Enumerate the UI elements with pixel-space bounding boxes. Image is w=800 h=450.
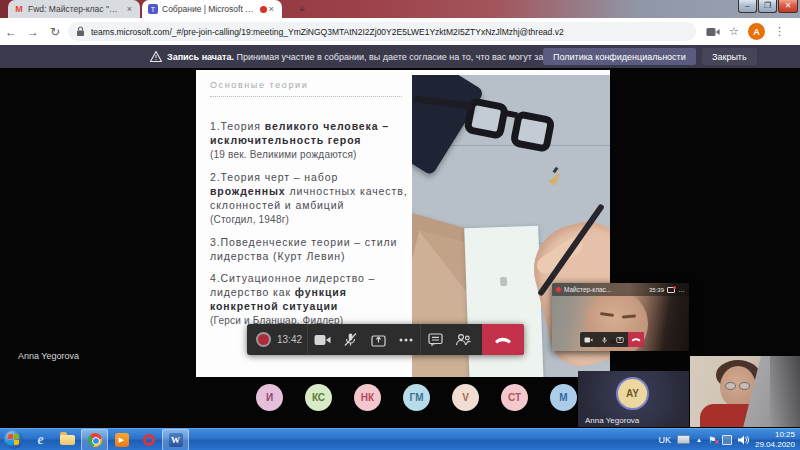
opera-icon: [143, 434, 155, 446]
slide-item-4: 4.Ситуационное лидерство – лидерство как…: [210, 271, 414, 328]
webcam-shadow: [770, 356, 800, 427]
address-bar[interactable]: teams.microsoft.com/_#/pre-join-calling/…: [68, 22, 696, 41]
tab-close-icon[interactable]: ×: [267, 4, 276, 14]
folder-icon: [60, 435, 75, 445]
taskbar-opera-button[interactable]: [135, 429, 162, 450]
pip-controls: [580, 332, 644, 347]
camera-permission-icon[interactable]: [706, 27, 720, 37]
meeting-toolbar: 13:42: [247, 324, 524, 355]
slide-header: Основные теории: [210, 80, 402, 97]
participant-avatar: СТ: [501, 384, 528, 411]
pip-title-bar[interactable]: Майстер-клас... 35:39 …: [552, 283, 689, 296]
presenter-name-label: Anna Yegorova: [18, 351, 79, 361]
meeting-timer: 13:42: [277, 334, 307, 345]
participant-avatar: М: [550, 384, 577, 411]
window-minimize-button[interactable]: –: [738, 0, 757, 13]
action-center-flag-icon[interactable]: ⚑✕: [708, 435, 716, 445]
pip-share-icon[interactable]: [667, 287, 675, 293]
webcam-video-tile: [690, 356, 800, 427]
pip-title: Майстер-клас...: [564, 286, 611, 293]
taskbar-word-button[interactable]: W: [162, 429, 189, 450]
browser-titlebar: – ❐ ✕ M Fwd: Майстер-клас "Віртуальне × …: [0, 0, 800, 18]
pencil-tip: [549, 170, 564, 186]
banner-text: Запись начата. Принимая участие в собран…: [167, 52, 585, 62]
banner-close-button[interactable]: Закрыть: [702, 48, 757, 65]
tab-title: Собрание | Microsoft Teams: [162, 4, 256, 14]
tab-gmail[interactable]: M Fwd: Майстер-клас "Віртуальне ×: [8, 0, 140, 18]
self-name-label: Anna Yegorova: [585, 416, 639, 425]
tab-teams-active[interactable]: T Собрание | Microsoft Teams ×: [142, 0, 282, 18]
more-options-button[interactable]: [392, 324, 420, 355]
hangup-button[interactable]: [482, 324, 524, 355]
new-tab-button[interactable]: +: [292, 0, 312, 18]
forward-button[interactable]: →: [22, 25, 44, 39]
taskbar-explorer-button[interactable]: [54, 429, 81, 450]
pip-video-window[interactable]: Майстер-клас... 35:39 …: [552, 283, 689, 351]
pip-menu-icon[interactable]: …: [678, 286, 685, 293]
tray-expand-icon[interactable]: ▲: [696, 437, 702, 443]
screen: – ❐ ✕ M Fwd: Майстер-клас "Віртуальне × …: [0, 0, 800, 450]
participant-avatar: КС: [305, 384, 332, 411]
self-avatar: AY: [616, 377, 649, 410]
windows-taskbar: e ▶ W UK ▲ ⚑✕ 10:25: [0, 428, 800, 450]
pip-timer: 35:39: [649, 287, 664, 293]
slide-text-column: Основные теории 1.Теория великого челове…: [210, 80, 414, 336]
bookmark-star-icon[interactable]: ☆: [729, 25, 739, 38]
banner-title: Запись начата.: [167, 52, 234, 62]
gmail-icon: M: [14, 4, 24, 14]
taskbar-ie-button[interactable]: e: [27, 429, 54, 450]
meeting-stage: Основные теории 1.Теория великого челове…: [0, 68, 800, 428]
clock-time: 10:25: [755, 430, 795, 440]
pip-share-button[interactable]: [612, 332, 628, 347]
window-maximize-button[interactable]: ❐: [758, 0, 777, 13]
camera-button[interactable]: [308, 324, 336, 355]
pip-recording-dot: [556, 287, 561, 292]
media-player-icon: ▶: [115, 433, 129, 447]
tray-app-icon[interactable]: [722, 435, 732, 445]
volume-icon[interactable]: [738, 435, 749, 445]
system-tray: UK ▲ ⚑✕ 10:25 29.04.2020: [658, 430, 800, 450]
taskbar-media-player-button[interactable]: ▶: [108, 429, 135, 450]
privacy-policy-button[interactable]: Политика конфиденциальности: [543, 48, 696, 65]
start-button[interactable]: [4, 430, 23, 449]
pip-hangup-button[interactable]: [628, 332, 644, 347]
language-indicator[interactable]: UK: [658, 435, 671, 445]
pip-camera-button[interactable]: [580, 332, 596, 347]
browser-toolbar: ← → ↻ teams.microsoft.com/_#/pre-join-ca…: [0, 18, 800, 45]
tab-title: Fwd: Майстер-клас "Віртуальне: [28, 4, 121, 14]
window-close-button[interactable]: ✕: [778, 0, 798, 13]
pip-mic-button[interactable]: [596, 332, 612, 347]
participant-avatar: И: [256, 384, 283, 411]
padlock-icon: [76, 26, 85, 37]
teams-icon: T: [148, 4, 158, 14]
tab-close-icon[interactable]: ×: [125, 4, 134, 14]
participant-avatar: ГМ: [403, 384, 430, 411]
slide-item-1: 1.Теория великого человека – исключитель…: [210, 119, 414, 162]
keyboard-layout-icon[interactable]: [677, 435, 690, 444]
taskbar-chrome-button[interactable]: [81, 429, 108, 450]
warning-icon: [150, 51, 162, 62]
clock-date: 29.04.2020: [755, 440, 795, 450]
microphone-muted-button[interactable]: [336, 324, 364, 355]
slide-item-2-note: (Стогдил, 1948г): [210, 213, 414, 227]
share-screen-button[interactable]: [364, 324, 392, 355]
slide-item-2: 2.Теория черт – набор врожденных личност…: [210, 170, 414, 227]
chrome-icon: [88, 433, 102, 447]
tab-recording-dot: [260, 6, 267, 13]
browser-profile-avatar[interactable]: A: [748, 23, 765, 40]
internet-explorer-icon: e: [37, 432, 43, 448]
recording-indicator-icon: [258, 334, 269, 345]
word-icon: W: [169, 433, 183, 447]
url-text: teams.microsoft.com/_#/pre-join-calling/…: [91, 27, 564, 37]
taskbar-clock[interactable]: 10:25 29.04.2020: [755, 430, 795, 450]
recording-banner: Запись начата. Принимая участие в собран…: [0, 45, 800, 68]
chat-button[interactable]: [421, 324, 449, 355]
participants-button[interactable]: [449, 324, 477, 355]
slide-item-3: 3.Поведенческие теории – стили лидерства…: [210, 235, 414, 263]
self-video-tile: AY Anna Yegorova: [578, 371, 689, 427]
reload-button[interactable]: ↻: [44, 25, 66, 39]
slide-item-1-note: (19 век. Великими рождаются): [210, 148, 414, 162]
banner-message: Принимая участие в собрании, вы даете со…: [237, 52, 586, 62]
browser-menu-icon[interactable]: ⋮: [774, 25, 785, 38]
back-button[interactable]: ←: [0, 25, 22, 39]
